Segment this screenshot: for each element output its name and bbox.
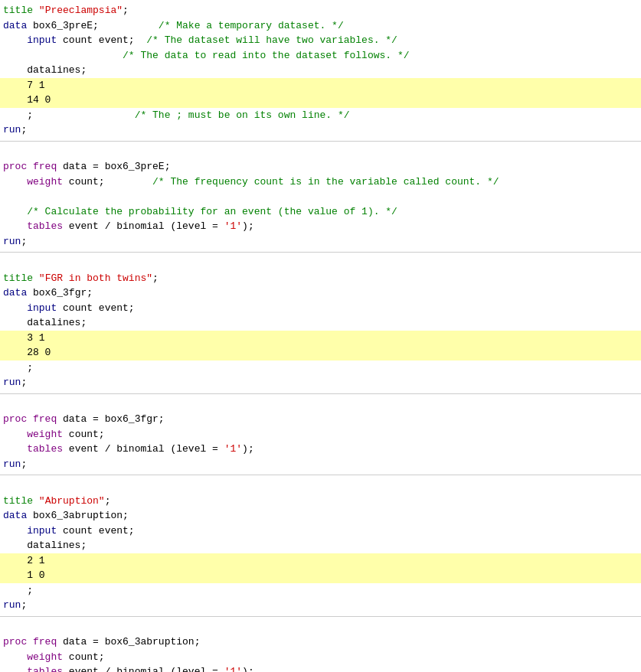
- token-plain: );: [242, 219, 254, 234]
- token-comment: /* The ; must be on its own line. */: [135, 108, 350, 123]
- token-string: '1': [224, 442, 242, 457]
- token-purple: proc freq: [3, 634, 57, 650]
- token-purple: proc freq: [3, 412, 57, 427]
- token-plain: count;: [63, 427, 105, 442]
- token-kw: run: [3, 457, 21, 472]
- code-line-2-3: weight count; /* The frequency count is …: [0, 175, 641, 190]
- token-purple: tables: [27, 219, 63, 234]
- code-block-2: proc freq data = box6_3preE; weight coun…: [0, 142, 641, 253]
- token-plain: box6_3fgr;: [27, 285, 93, 301]
- token-plain: [3, 442, 27, 457]
- code-line-5-2: title "Abruption";: [0, 494, 641, 509]
- code-line-5-7: 1 0: [0, 568, 641, 583]
- code-line-4-1: [0, 397, 641, 413]
- token-string: '1': [224, 219, 242, 234]
- code-line-3-4: input count event;: [0, 301, 641, 316]
- code-line-1-9: run;: [0, 122, 641, 138]
- token-kw: data: [3, 508, 27, 524]
- code-line-4-3: weight count;: [0, 427, 641, 442]
- token-comment: /* Make a temporary dataset. */: [159, 18, 344, 34]
- token-kw: run: [3, 375, 21, 390]
- code-line-5-3: data box6_3abruption;: [0, 508, 641, 524]
- token-plain: 1 0: [3, 568, 45, 583]
- token-plain: [3, 219, 27, 234]
- code-line-3-3: data box6_3fgr;: [0, 285, 641, 301]
- token-plain: ;: [105, 494, 111, 509]
- code-line-3-5: datalines;: [0, 315, 641, 331]
- token-kw: run: [3, 598, 21, 613]
- token-plain: ;: [3, 583, 33, 599]
- token-plain: 14 0: [3, 93, 51, 108]
- token-plain: 7 1: [3, 78, 45, 93]
- code-block-6: proc freq data = box6_3abruption; weight…: [0, 617, 641, 673]
- token-plain: [3, 48, 123, 64]
- token-string: '1': [224, 664, 242, 672]
- token-kw: input: [27, 33, 57, 48]
- code-block-5: title "Abruption";data box6_3abruption; …: [0, 475, 641, 617]
- code-line-3-8: ;: [0, 360, 641, 376]
- token-plain: 2 1: [3, 553, 45, 569]
- token-purple: tables: [27, 664, 63, 672]
- token-plain: 3 1: [3, 331, 45, 346]
- code-line-2-4: [0, 189, 641, 204]
- token-plain: event / binomial (level =: [63, 219, 224, 234]
- token-plain: [33, 271, 39, 286]
- code-line-1-4: /* The data to read into the dataset fol…: [0, 48, 641, 64]
- code-line-1-6: 7 1: [0, 78, 641, 93]
- token-plain: [3, 524, 27, 539]
- token-plain: ;: [21, 234, 27, 250]
- code-line-1-1: title "Preeclampsia";: [0, 3, 641, 18]
- token-plain: count event;: [57, 33, 146, 48]
- code-line-5-1: [0, 478, 641, 494]
- token-kw: run: [3, 122, 21, 138]
- token-plain: event / binomial (level =: [63, 664, 224, 672]
- code-block-3: title "FGR in both twins";data box6_3fgr…: [0, 253, 641, 394]
- token-plain: box6_3abruption;: [27, 508, 129, 524]
- token-plain: box6_3preE;: [27, 18, 159, 34]
- code-line-4-5: run;: [0, 457, 641, 472]
- token-kw: input: [27, 301, 57, 316]
- code-line-6-4: tables event / binomial (level = '1');: [0, 664, 641, 672]
- token-plain: count event;: [57, 524, 134, 539]
- token-purple: tables: [27, 442, 63, 457]
- token-comment: /* Calculate the probability for an even…: [27, 204, 397, 220]
- token-kw: input: [27, 524, 57, 539]
- token-purple: proc freq: [3, 159, 57, 175]
- code-line-1-8: ; /* The ; must be on its own line. */: [0, 108, 641, 123]
- token-plain: [3, 204, 27, 220]
- code-line-5-8: ;: [0, 583, 641, 599]
- token-plain: ;: [21, 122, 27, 138]
- token-plain: ;: [21, 598, 27, 613]
- code-line-2-5: /* Calculate the probability for an even…: [0, 204, 641, 220]
- token-comment: /* The frequency count is in the variabl…: [152, 175, 499, 190]
- token-plain: ;: [123, 3, 129, 18]
- code-line-2-2: proc freq data = box6_3preE;: [0, 159, 641, 175]
- code-line-3-1: [0, 256, 641, 271]
- token-plain: ;: [152, 271, 159, 286]
- token-plain: [33, 3, 39, 18]
- code-line-5-9: run;: [0, 598, 641, 613]
- code-line-3-7: 28 0: [0, 345, 641, 360]
- token-kw: data: [3, 18, 27, 34]
- code-line-1-2: data box6_3preE; /* Make a temporary dat…: [0, 18, 641, 34]
- code-line-5-6: 2 1: [0, 553, 641, 569]
- token-string: "Preeclampsia": [39, 3, 123, 18]
- token-plain: [3, 650, 27, 665]
- token-plain: ;: [21, 375, 27, 390]
- token-plain: [3, 33, 27, 48]
- token-plain: data = box6_3preE;: [57, 159, 170, 175]
- code-line-3-2: title "FGR in both twins";: [0, 271, 641, 286]
- code-line-2-6: tables event / binomial (level = '1');: [0, 219, 641, 234]
- code-line-2-7: run;: [0, 234, 641, 250]
- token-plain: data = box6_3abruption;: [57, 634, 200, 650]
- token-plain: event / binomial (level =: [63, 442, 224, 457]
- token-plain: datalines;: [3, 538, 87, 553]
- code-line-5-4: input count event;: [0, 524, 641, 539]
- code-line-3-9: run;: [0, 375, 641, 390]
- token-plain: ;: [21, 457, 27, 472]
- token-plain: count event;: [57, 301, 134, 316]
- token-purple: weight: [27, 650, 63, 665]
- token-plain: );: [242, 442, 254, 457]
- token-title-kw: title: [3, 271, 33, 286]
- token-comment: /* The data to read into the dataset fol…: [123, 48, 409, 64]
